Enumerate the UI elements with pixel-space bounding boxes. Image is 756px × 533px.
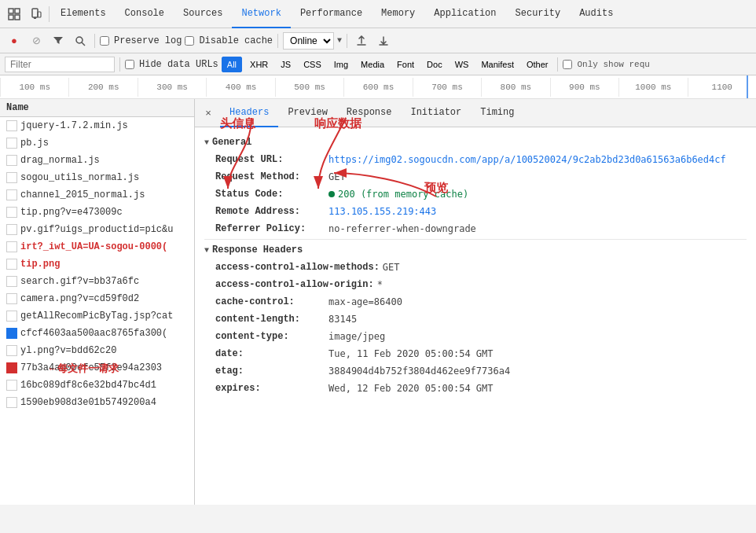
file-name-label: 16bc089df8c6e32bd47bc4d1 xyxy=(20,380,156,391)
filter-js-btn[interactable]: JS xyxy=(276,57,295,72)
detail-tab-preview[interactable]: Preview xyxy=(278,99,336,127)
hide-data-urls-checkbox[interactable] xyxy=(125,60,134,69)
file-list-item[interactable]: 1590eb908d3e01b5749200a4 xyxy=(0,394,194,411)
tab-memory[interactable]: Memory xyxy=(372,0,424,28)
file-type-icon xyxy=(6,345,17,356)
file-name-label: 77b3a4ad00cfe55f2e94a2303 xyxy=(20,362,162,373)
detail-row: access-control-allow-origin:* xyxy=(204,276,747,293)
response-headers-section-header[interactable]: ▼ Response Headers xyxy=(204,241,747,259)
file-list-item[interactable]: channel_2015_normal.js xyxy=(0,186,194,204)
file-list-item[interactable]: cfcf4603aa500aac8765fa300( xyxy=(0,325,194,342)
detail-close-button[interactable]: × xyxy=(200,105,217,122)
file-list-item[interactable]: pv.gif?uigs_productid=pic&u xyxy=(0,221,194,238)
file-type-icon xyxy=(6,362,17,373)
detail-tab-timing[interactable]: Timing xyxy=(471,99,523,127)
detail-key: Remote Address: xyxy=(215,204,325,219)
download-har-btn[interactable] xyxy=(374,31,393,50)
detail-tab-headers[interactable]: Headers xyxy=(220,99,278,127)
filter-font-btn[interactable]: Font xyxy=(392,57,419,72)
file-type-icon xyxy=(6,328,17,339)
detail-row: Status Code:200 (from memory cache) xyxy=(204,186,747,203)
filter-img-btn[interactable]: Img xyxy=(329,57,353,72)
filter-xhr-btn[interactable]: XHR xyxy=(245,57,273,72)
filter-manifest-btn[interactable]: Manifest xyxy=(476,57,519,72)
stop-button[interactable]: ⊘ xyxy=(27,31,46,50)
detail-row: Request Method:GET xyxy=(204,168,747,186)
throttle-select[interactable]: Online xyxy=(283,32,334,50)
file-type-icon xyxy=(6,293,17,304)
timeline-mark: 300 ms xyxy=(138,78,206,97)
record-button[interactable]: ● xyxy=(5,31,24,50)
filter-other-btn[interactable]: Other xyxy=(522,57,553,72)
file-type-icon xyxy=(6,259,17,270)
file-type-icon xyxy=(6,241,17,252)
preserve-log-label[interactable]: Preserve log xyxy=(100,35,182,46)
filter-media-btn[interactable]: Media xyxy=(356,57,389,72)
filter-all-btn[interactable]: All xyxy=(222,57,242,72)
file-type-icon xyxy=(6,120,17,131)
file-name-label: cfcf4603aa500aac8765fa300( xyxy=(20,328,167,339)
file-list-item[interactable]: 16bc089df8c6e32bd47bc4d1 xyxy=(0,377,194,394)
file-list-item[interactable]: drag_normal.js xyxy=(0,152,194,169)
detail-row: expires:Wed, 12 Feb 2020 05:00:54 GMT xyxy=(204,380,747,397)
file-list-item[interactable]: tip.png xyxy=(0,255,194,273)
upload-har-btn[interactable] xyxy=(352,31,371,50)
main-content: Name jquery-1.7.2.min.jspb.jsdrag_normal… xyxy=(0,99,756,505)
file-list-item[interactable]: 77b3a4ad00cfe55f2e94a2303 xyxy=(0,359,194,377)
file-name-label: getAllRecomPicByTag.jsp?cat xyxy=(20,311,173,322)
detail-content: ▼ General Request URL:https://img02.sogo… xyxy=(195,127,756,505)
tab-application[interactable]: Application xyxy=(424,0,505,28)
filter-ws-btn[interactable]: WS xyxy=(450,57,474,72)
general-arrow-icon: ▼ xyxy=(204,138,209,147)
detail-value: Wed, 12 Feb 2020 05:00:54 GMT xyxy=(328,381,494,395)
file-name-label: pb.js xyxy=(20,138,49,149)
file-list-item[interactable]: camera.png?v=cd59f0d2 xyxy=(0,290,194,307)
detail-value: image/jpeg xyxy=(328,329,385,344)
detail-row: cache-control:max-age=86400 xyxy=(204,293,747,311)
tab-console[interactable]: Console xyxy=(116,0,174,28)
hide-data-urls-label[interactable]: Hide data URLs xyxy=(125,59,218,70)
detail-tab-response[interactable]: Response xyxy=(337,99,402,127)
file-list-item[interactable]: search.gif?v=bb37a6fc xyxy=(0,273,194,290)
device-icon-btn[interactable] xyxy=(25,3,47,25)
file-name-label: 1590eb908d3e01b5749200a4 xyxy=(20,397,156,408)
disable-cache-checkbox[interactable] xyxy=(185,36,194,46)
preserve-log-checkbox[interactable] xyxy=(100,36,109,46)
tab-sources[interactable]: Sources xyxy=(174,0,232,28)
response-headers-arrow-icon: ▼ xyxy=(204,246,209,255)
file-list-item[interactable]: tip.png?v=e473009c xyxy=(0,204,194,221)
filter-doc-btn[interactable]: Doc xyxy=(422,57,447,72)
file-list-item[interactable]: jquery-1.7.2.min.js xyxy=(0,117,194,134)
tab-performance[interactable]: Performance xyxy=(291,0,372,28)
detail-value: Tue, 11 Feb 2020 05:00:54 GMT xyxy=(328,347,494,361)
file-list-item[interactable]: sogou_utils_normal.js xyxy=(0,169,194,186)
only-show-checkbox[interactable] xyxy=(563,60,572,69)
tab-security[interactable]: Security xyxy=(506,0,571,28)
tab-network[interactable]: Network xyxy=(232,0,290,28)
response-headers-section-title: Response Headers xyxy=(212,244,303,255)
file-list-item[interactable]: getAllRecomPicByTag.jsp?cat xyxy=(0,307,194,325)
file-list-item[interactable]: yl.png?v=bdd62c20 xyxy=(0,342,194,359)
timeline-mark: 100 ms xyxy=(0,78,68,97)
svg-rect-2 xyxy=(9,15,13,20)
filter-icon-btn[interactable] xyxy=(49,31,68,50)
filter-input[interactable] xyxy=(5,57,115,72)
tab-audits[interactable]: Audits xyxy=(570,0,622,28)
tab-elements[interactable]: Elements xyxy=(51,0,116,28)
detail-tab-initiator[interactable]: Initiator xyxy=(401,99,471,127)
file-type-icon xyxy=(6,189,17,200)
details-panel: × Headers Preview Response Initiator Tim… xyxy=(195,99,756,505)
general-section-title: General xyxy=(212,137,251,148)
devtools-tab-bar: Elements Console Sources Network Perform… xyxy=(0,0,756,28)
status-dot-icon xyxy=(328,191,335,197)
inspect-icon-btn[interactable] xyxy=(3,3,25,25)
general-section-header[interactable]: ▼ General xyxy=(204,134,747,151)
file-type-icon xyxy=(6,138,17,149)
file-list-item[interactable]: irt?_iwt_UA=UA-sogou-0000( xyxy=(0,238,194,255)
file-list-item[interactable]: pb.js xyxy=(0,134,194,152)
search-icon-btn[interactable] xyxy=(71,31,90,50)
filter-css-btn[interactable]: CSS xyxy=(299,57,326,72)
detail-key: cache-control: xyxy=(215,295,325,309)
only-show-label[interactable]: Only show requ xyxy=(563,60,649,69)
disable-cache-label[interactable]: Disable cache xyxy=(185,35,273,46)
